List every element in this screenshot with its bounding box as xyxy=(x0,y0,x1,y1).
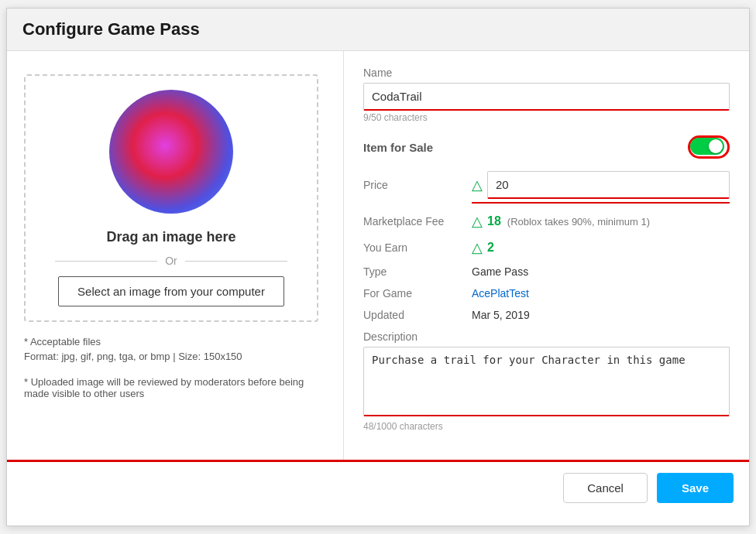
price-label: Price xyxy=(363,179,472,191)
item-sale-label: Item for Sale xyxy=(363,141,433,154)
robux-icon-earn: △ xyxy=(472,239,483,256)
dialog-header: Configure Game Pass xyxy=(7,9,749,51)
or-divider: Or xyxy=(55,255,288,267)
name-char-count: 9/50 characters xyxy=(363,112,730,123)
updated-value: Mar 5, 2019 xyxy=(472,309,530,321)
for-game-row: For Game AcePlatTest xyxy=(363,287,730,300)
price-input[interactable] xyxy=(487,171,730,199)
configure-game-pass-dialog: Configure Game Pass Drag an image here O… xyxy=(6,8,750,526)
cancel-button[interactable]: Cancel xyxy=(563,473,648,503)
preview-image xyxy=(109,90,233,214)
item-sale-row: Item for Sale xyxy=(363,135,730,159)
save-button[interactable]: Save xyxy=(657,473,734,503)
updated-label: Updated xyxy=(363,309,472,321)
right-panel: Name 9/50 characters Item for Sale Price… xyxy=(344,51,749,460)
select-image-button[interactable]: Select an image from your computer xyxy=(58,276,284,306)
description-label: Description xyxy=(363,330,730,343)
robux-icon-marketplace: △ xyxy=(472,213,483,230)
dialog-body: Drag an image here Or Select an image fr… xyxy=(7,51,749,460)
image-drop-area[interactable]: Drag an image here Or Select an image fr… xyxy=(24,74,318,322)
toggle-track xyxy=(690,138,724,155)
marketplace-note: (Roblox takes 90%, minimum 1) xyxy=(507,216,650,228)
description-textarea[interactable]: Purchase a trail for your Character in t… xyxy=(363,347,730,416)
marketplace-fee-row: Marketplace Fee △ 18 (Roblox takes 90%, … xyxy=(363,213,730,230)
you-earn-label: You Earn xyxy=(363,241,472,254)
acceptable-details: Format: jpg, gif, png, tga, or bmp | Siz… xyxy=(24,351,318,362)
name-field-row: Name 9/50 characters xyxy=(363,67,730,123)
dialog-title: Configure Game Pass xyxy=(22,19,734,39)
acceptable-files-note: * Acceptable files Format: jpg, gif, png… xyxy=(24,336,318,365)
price-underline xyxy=(472,202,730,204)
drag-text: Drag an image here xyxy=(106,229,235,245)
for-game-value[interactable]: AcePlatTest xyxy=(472,287,529,300)
price-row: Price △ xyxy=(363,171,730,199)
you-earn-value: 2 xyxy=(487,241,494,255)
toggle-thumb xyxy=(709,139,723,153)
name-label: Name xyxy=(363,67,730,79)
item-sale-toggle[interactable] xyxy=(688,135,730,159)
or-label: Or xyxy=(165,255,177,267)
dialog-footer: Cancel Save xyxy=(7,460,749,514)
updated-row: Updated Mar 5, 2019 xyxy=(363,309,730,321)
for-game-label: For Game xyxy=(363,287,472,300)
acceptable-title: * Acceptable files xyxy=(24,336,318,347)
description-field-row: Description Purchase a trail for your Ch… xyxy=(363,330,730,432)
type-value: Game Pass xyxy=(472,265,528,278)
name-input[interactable] xyxy=(363,83,730,111)
marketplace-value: 18 xyxy=(487,214,501,228)
type-label: Type xyxy=(363,265,472,278)
marketplace-label: Marketplace Fee xyxy=(363,215,472,228)
upload-note: * Uploaded image will be reviewed by mod… xyxy=(24,376,318,399)
type-row: Type Game Pass xyxy=(363,265,730,278)
description-char-count: 48/1000 characters xyxy=(363,421,730,432)
you-earn-row: You Earn △ 2 xyxy=(363,239,730,256)
upload-note-text: * Uploaded image will be reviewed by mod… xyxy=(24,376,318,399)
left-panel: Drag an image here Or Select an image fr… xyxy=(7,51,344,460)
robux-icon-price: △ xyxy=(472,176,483,193)
